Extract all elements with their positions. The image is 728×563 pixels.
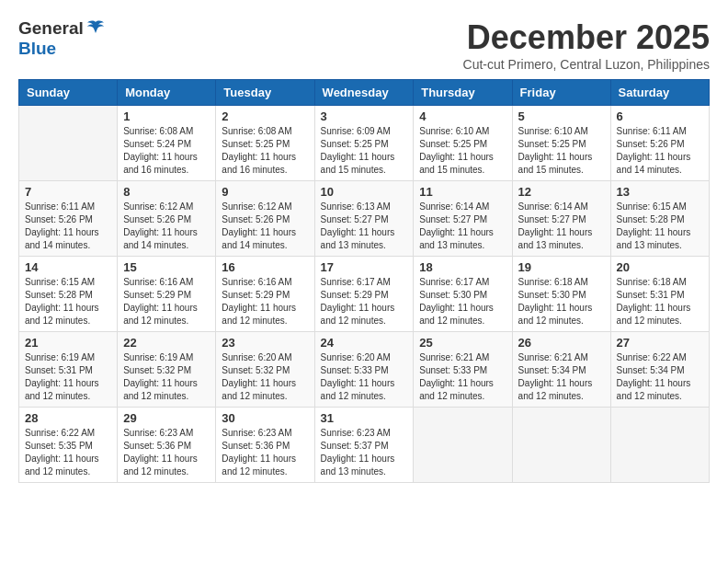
logo: General Blue — [18, 18, 106, 59]
weekday-header-saturday: Saturday — [610, 80, 709, 106]
day-number: 17 — [321, 260, 408, 274]
day-number: 23 — [222, 336, 308, 350]
calendar-cell: 13Sunrise: 6:15 AM Sunset: 5:28 PM Dayli… — [610, 181, 709, 257]
day-info: Sunrise: 6:21 AM Sunset: 5:33 PM Dayligh… — [419, 351, 506, 403]
day-info: Sunrise: 6:23 AM Sunset: 5:36 PM Dayligh… — [123, 427, 210, 478]
weekday-header-tuesday: Tuesday — [216, 80, 314, 106]
day-info: Sunrise: 6:20 AM Sunset: 5:32 PM Dayligh… — [222, 351, 308, 403]
calendar-table: SundayMondayTuesdayWednesdayThursdayFrid… — [18, 79, 710, 483]
day-info: Sunrise: 6:20 AM Sunset: 5:33 PM Dayligh… — [321, 351, 408, 403]
day-number: 13 — [617, 185, 703, 199]
day-info: Sunrise: 6:22 AM Sunset: 5:34 PM Dayligh… — [617, 351, 703, 403]
day-info: Sunrise: 6:13 AM Sunset: 5:27 PM Dayligh… — [321, 201, 408, 252]
day-number: 5 — [518, 109, 605, 123]
day-info: Sunrise: 6:21 AM Sunset: 5:34 PM Dayligh… — [518, 351, 605, 403]
day-info: Sunrise: 6:17 AM Sunset: 5:29 PM Dayligh… — [321, 276, 408, 327]
calendar-cell: 15Sunrise: 6:16 AM Sunset: 5:29 PM Dayli… — [118, 257, 216, 332]
month-title: December 2025 — [463, 18, 710, 57]
day-info: Sunrise: 6:09 AM Sunset: 5:25 PM Dayligh… — [321, 125, 408, 177]
day-number: 1 — [123, 109, 210, 123]
day-info: Sunrise: 6:08 AM Sunset: 5:25 PM Dayligh… — [222, 125, 308, 177]
day-number: 25 — [419, 336, 506, 350]
calendar-cell: 19Sunrise: 6:18 AM Sunset: 5:30 PM Dayli… — [512, 257, 610, 332]
day-number: 10 — [321, 185, 408, 199]
calendar-cell: 4Sunrise: 6:10 AM Sunset: 5:25 PM Daylig… — [414, 106, 512, 181]
calendar-cell: 21Sunrise: 6:19 AM Sunset: 5:31 PM Dayli… — [19, 332, 118, 408]
calendar-cell: 2Sunrise: 6:08 AM Sunset: 5:25 PM Daylig… — [216, 106, 314, 181]
calendar-cell: 28Sunrise: 6:22 AM Sunset: 5:35 PM Dayli… — [19, 408, 118, 483]
weekday-header-thursday: Thursday — [414, 80, 512, 106]
logo-blue: Blue — [18, 39, 56, 58]
weekday-header-sunday: Sunday — [19, 80, 118, 106]
day-info: Sunrise: 6:18 AM Sunset: 5:31 PM Dayligh… — [617, 276, 703, 327]
page-header: General Blue December 2025 Cut-cut Prime… — [18, 18, 710, 72]
day-number: 19 — [518, 260, 605, 274]
day-number: 31 — [321, 411, 408, 425]
weekday-header-wednesday: Wednesday — [314, 80, 414, 106]
day-number: 16 — [222, 260, 308, 274]
calendar-cell: 22Sunrise: 6:19 AM Sunset: 5:32 PM Dayli… — [118, 332, 216, 408]
day-number: 3 — [321, 109, 408, 123]
week-row-1: 1Sunrise: 6:08 AM Sunset: 5:24 PM Daylig… — [19, 106, 710, 181]
day-number: 14 — [25, 260, 111, 274]
day-info: Sunrise: 6:11 AM Sunset: 5:26 PM Dayligh… — [617, 125, 703, 177]
weekday-header-friday: Friday — [512, 80, 610, 106]
day-info: Sunrise: 6:23 AM Sunset: 5:37 PM Dayligh… — [321, 427, 408, 478]
day-info: Sunrise: 6:15 AM Sunset: 5:28 PM Dayligh… — [25, 276, 111, 327]
day-number: 11 — [419, 185, 506, 199]
day-number: 9 — [222, 185, 308, 199]
day-number: 7 — [25, 185, 111, 199]
day-number: 20 — [617, 260, 703, 274]
calendar-cell: 6Sunrise: 6:11 AM Sunset: 5:26 PM Daylig… — [610, 106, 709, 181]
day-info: Sunrise: 6:17 AM Sunset: 5:30 PM Dayligh… — [419, 276, 506, 327]
calendar-cell: 23Sunrise: 6:20 AM Sunset: 5:32 PM Dayli… — [216, 332, 314, 408]
day-number: 2 — [222, 109, 308, 123]
day-info: Sunrise: 6:14 AM Sunset: 5:27 PM Dayligh… — [419, 201, 506, 252]
logo-general: General — [18, 18, 84, 39]
week-row-4: 21Sunrise: 6:19 AM Sunset: 5:31 PM Dayli… — [19, 332, 710, 408]
logo-bird-icon — [85, 20, 106, 37]
day-number: 15 — [123, 260, 210, 274]
calendar-cell: 16Sunrise: 6:16 AM Sunset: 5:29 PM Dayli… — [216, 257, 314, 332]
weekday-header-monday: Monday — [118, 80, 216, 106]
day-number: 21 — [25, 336, 111, 350]
calendar-cell: 10Sunrise: 6:13 AM Sunset: 5:27 PM Dayli… — [314, 181, 414, 257]
calendar-cell: 25Sunrise: 6:21 AM Sunset: 5:33 PM Dayli… — [414, 332, 512, 408]
day-info: Sunrise: 6:15 AM Sunset: 5:28 PM Dayligh… — [617, 201, 703, 252]
day-info: Sunrise: 6:12 AM Sunset: 5:26 PM Dayligh… — [222, 201, 308, 252]
location: Cut-cut Primero, Central Luzon, Philippi… — [463, 57, 710, 72]
calendar-cell — [512, 408, 610, 483]
day-number: 6 — [617, 109, 703, 123]
calendar-cell — [414, 408, 512, 483]
calendar-cell: 29Sunrise: 6:23 AM Sunset: 5:36 PM Dayli… — [118, 408, 216, 483]
week-row-3: 14Sunrise: 6:15 AM Sunset: 5:28 PM Dayli… — [19, 257, 710, 332]
calendar-cell — [19, 106, 118, 181]
day-info: Sunrise: 6:19 AM Sunset: 5:32 PM Dayligh… — [123, 351, 210, 403]
calendar-cell: 31Sunrise: 6:23 AM Sunset: 5:37 PM Dayli… — [314, 408, 414, 483]
day-number: 24 — [321, 336, 408, 350]
calendar-cell: 11Sunrise: 6:14 AM Sunset: 5:27 PM Dayli… — [414, 181, 512, 257]
day-number: 26 — [518, 336, 605, 350]
calendar-cell: 8Sunrise: 6:12 AM Sunset: 5:26 PM Daylig… — [118, 181, 216, 257]
day-number: 12 — [518, 185, 605, 199]
day-info: Sunrise: 6:12 AM Sunset: 5:26 PM Dayligh… — [123, 201, 210, 252]
calendar-cell: 1Sunrise: 6:08 AM Sunset: 5:24 PM Daylig… — [118, 106, 216, 181]
day-number: 30 — [222, 411, 308, 425]
calendar-cell: 3Sunrise: 6:09 AM Sunset: 5:25 PM Daylig… — [314, 106, 414, 181]
calendar-cell: 24Sunrise: 6:20 AM Sunset: 5:33 PM Dayli… — [314, 332, 414, 408]
day-info: Sunrise: 6:19 AM Sunset: 5:31 PM Dayligh… — [25, 351, 111, 403]
calendar-cell: 7Sunrise: 6:11 AM Sunset: 5:26 PM Daylig… — [19, 181, 118, 257]
calendar-cell: 14Sunrise: 6:15 AM Sunset: 5:28 PM Dayli… — [19, 257, 118, 332]
weekday-header-row: SundayMondayTuesdayWednesdayThursdayFrid… — [19, 80, 710, 106]
day-number: 8 — [123, 185, 210, 199]
calendar-cell: 27Sunrise: 6:22 AM Sunset: 5:34 PM Dayli… — [610, 332, 709, 408]
title-area: December 2025 Cut-cut Primero, Central L… — [463, 18, 710, 72]
day-number: 28 — [25, 411, 111, 425]
day-info: Sunrise: 6:16 AM Sunset: 5:29 PM Dayligh… — [222, 276, 308, 327]
day-number: 27 — [617, 336, 703, 350]
calendar-cell — [610, 408, 709, 483]
calendar-cell: 18Sunrise: 6:17 AM Sunset: 5:30 PM Dayli… — [414, 257, 512, 332]
calendar-cell: 12Sunrise: 6:14 AM Sunset: 5:27 PM Dayli… — [512, 181, 610, 257]
calendar-cell: 30Sunrise: 6:23 AM Sunset: 5:36 PM Dayli… — [216, 408, 314, 483]
day-number: 22 — [123, 336, 210, 350]
